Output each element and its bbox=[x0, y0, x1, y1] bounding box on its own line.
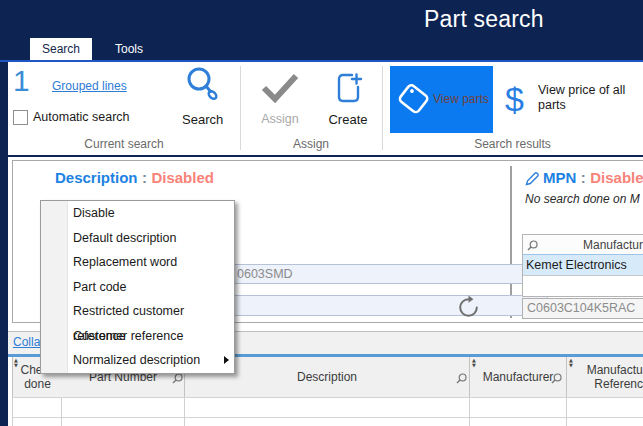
page-title: Part search bbox=[424, 6, 544, 33]
window-left-edge bbox=[0, 62, 8, 426]
description-status: Disabled bbox=[151, 169, 214, 186]
mpn-colon: : bbox=[581, 169, 586, 186]
description-section-heading: Description : Disabled bbox=[55, 169, 214, 187]
search-button[interactable]: Search bbox=[182, 112, 223, 127]
context-menu: Disable Default description Replacement … bbox=[40, 200, 235, 374]
column-line bbox=[61, 398, 62, 426]
search-results-group-label: Search results bbox=[382, 137, 643, 151]
view-parts-label: View parts bbox=[433, 92, 489, 106]
create-icon[interactable] bbox=[332, 68, 364, 112]
tab-tools[interactable]: Tools bbox=[100, 38, 158, 60]
menu-item-customer-reference[interactable]: Customer reference bbox=[41, 324, 234, 349]
mpn-section-heading: MPN : Disabled bbox=[543, 169, 643, 187]
sort-icon[interactable]: ▲▼ bbox=[472, 358, 476, 368]
menu-item-part-code[interactable]: Part code bbox=[41, 275, 234, 300]
menu-item-normalized-description[interactable]: Normalized description bbox=[41, 348, 234, 373]
search-icon[interactable] bbox=[183, 64, 219, 112]
mpn-title: MPN bbox=[543, 169, 576, 186]
sort-icon[interactable]: ▲▼ bbox=[14, 358, 18, 368]
part-search-window: Part search Search Tools 1 Grouped lines… bbox=[0, 0, 643, 426]
column-line bbox=[566, 398, 567, 426]
column-line bbox=[469, 398, 470, 426]
assign-button: Assign bbox=[252, 112, 308, 126]
menu-item-replacement-word[interactable]: Replacement word bbox=[41, 250, 234, 275]
view-parts-button[interactable]: View parts bbox=[390, 66, 493, 133]
description-title: Description bbox=[55, 169, 138, 186]
tab-bar bbox=[0, 38, 643, 62]
column-line bbox=[12, 398, 13, 426]
column-line bbox=[184, 398, 185, 426]
assign-check-icon bbox=[260, 72, 300, 108]
assign-group-label: Assign bbox=[240, 137, 382, 151]
grouped-lines-link[interactable]: Grouped lines bbox=[52, 79, 127, 93]
manufacturer-row-selected[interactable]: Kemet Electronics bbox=[523, 255, 643, 276]
magnifier-icon[interactable] bbox=[455, 371, 468, 389]
table-row[interactable] bbox=[12, 398, 643, 417]
column-header-description-label: Description bbox=[297, 370, 357, 384]
column-header-manufacturer-reference-label: Manufacturer Reference bbox=[579, 363, 643, 391]
manufacturer-row-label: Kemet Electronics bbox=[526, 258, 627, 272]
menu-item-default-description[interactable]: Default description bbox=[41, 226, 234, 251]
current-search-group-label: Current search bbox=[8, 137, 240, 151]
automatic-search-checkbox[interactable] bbox=[13, 110, 28, 125]
view-price-button[interactable]: View price of all parts bbox=[538, 83, 638, 113]
description-colon: : bbox=[142, 169, 147, 186]
mpn-part-number-input[interactable]: C0603C104K5RAC bbox=[522, 298, 643, 319]
menu-item-disable[interactable]: Disable bbox=[41, 201, 234, 226]
menu-item-restricted-customer-reference[interactable]: Restricted customer reference bbox=[41, 299, 234, 324]
dollar-icon: $ bbox=[505, 82, 524, 116]
column-header-manufacturer-label: Manufacturer bbox=[483, 370, 554, 384]
pencil-icon bbox=[524, 171, 540, 191]
refresh-icon[interactable] bbox=[455, 294, 482, 325]
manufacturer-grid-header-label: Manufacturer bbox=[583, 238, 643, 252]
grouped-lines-count: 1 bbox=[13, 66, 30, 96]
mpn-status: Disabled bbox=[590, 169, 643, 186]
tag-icon bbox=[395, 80, 435, 122]
manufacturer-grid-header[interactable]: Manufacturer bbox=[523, 235, 643, 255]
magnifier-icon[interactable] bbox=[550, 371, 563, 389]
sort-icon[interactable]: ▲▼ bbox=[569, 358, 573, 368]
tab-search[interactable]: Search bbox=[30, 38, 92, 60]
manufacturer-grid: Manufacturer Kemet Electronics bbox=[522, 234, 643, 297]
submenu-arrow-icon bbox=[224, 356, 229, 364]
mpn-note: No search done on M bbox=[525, 192, 640, 206]
manufacturer-row-empty[interactable] bbox=[523, 276, 643, 296]
table-row[interactable] bbox=[12, 418, 643, 426]
titlebar bbox=[0, 0, 643, 38]
create-button[interactable]: Create bbox=[320, 112, 376, 127]
column-header-manufacturer-reference[interactable]: Manufacturer Reference bbox=[567, 357, 643, 397]
magnifier-icon bbox=[526, 238, 539, 256]
automatic-search-label: Automatic search bbox=[33, 110, 130, 124]
